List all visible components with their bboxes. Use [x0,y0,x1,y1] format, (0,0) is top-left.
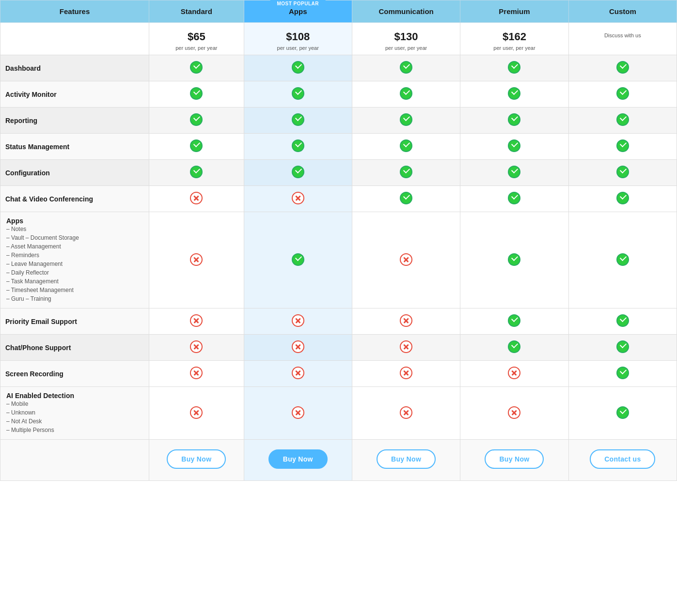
check-icon [508,139,520,152]
check-icon [616,87,629,100]
buy-cell-comm: Buy Now [352,440,460,481]
check-icon [190,61,203,74]
feature-label-screen-recording: Screen Recording [0,361,149,387]
feature-premium-chat-phone [460,335,568,361]
cross-icon [400,340,412,353]
cross-icon [190,314,203,327]
check-icon [508,253,520,266]
col-header-apps: MOST POPULAR Apps [244,0,352,23]
app-item-asset: Asset Management [6,242,144,251]
col-header-custom: Custom [568,0,677,23]
price-sub-comm: per user, per year [356,45,456,51]
buy-button-apps[interactable]: Buy Now [268,449,328,469]
buy-button-comm[interactable]: Buy Now [377,449,436,469]
feature-label-reporting: Reporting [0,108,149,134]
feature-apps-chat-phone [244,335,352,361]
check-icon [616,340,629,353]
buy-cell-standard: Buy Now [149,440,244,481]
feature-premium-status-management [460,134,568,160]
cross-icon [190,406,203,419]
cross-icon [292,340,304,353]
check-icon [508,340,520,353]
feature-custom-apps [568,212,677,308]
app-item-vault: Vault – Document Storage [6,233,144,242]
check-icon [616,367,629,379]
pricing-table: Features Standard MOST POPULAR Apps Comm… [0,0,677,481]
check-icon [616,113,629,126]
feature-premium-dashboard [460,55,568,81]
price-amount-standard: $65 [153,31,239,43]
feature-row-chat-phone: Chat/Phone Support [0,335,677,361]
feature-comm-status-management [352,134,460,160]
feature-custom-screen-recording [568,361,677,387]
feature-label-activity-monitor: Activity Monitor [0,81,149,108]
feature-premium-screen-recording [460,361,568,387]
check-icon [400,87,412,100]
app-item-task: Task Management [6,277,144,286]
feature-custom-configuration [568,160,677,186]
feature-premium-apps [460,212,568,308]
check-icon [616,166,629,178]
feature-row-ai-detection: AI Enabled Detection Mobile Unknown Not … [0,387,677,440]
feature-premium-chat-video [460,186,568,212]
cross-icon [508,406,520,419]
feature-custom-dashboard [568,55,677,81]
feature-comm-chat-phone [352,335,460,361]
feature-apps-configuration [244,160,352,186]
col-header-features: Features [0,0,149,23]
check-icon [292,113,304,126]
check-icon [508,113,520,126]
feature-row-reporting: Reporting [0,108,677,134]
feature-standard-reporting [149,108,244,134]
ai-item-unknown: Unknown [6,408,144,417]
price-sub-custom: Discuss with us [573,32,673,38]
price-amount-premium: $162 [464,31,564,43]
cross-icon [190,367,203,379]
feature-custom-chat-phone [568,335,677,361]
check-icon [292,61,304,74]
feature-standard-chat-video [149,186,244,212]
buy-button-premium[interactable]: Buy Now [485,449,544,469]
feature-standard-activity-monitor [149,81,244,108]
check-icon [616,139,629,152]
feature-comm-ai [352,387,460,440]
feature-custom-chat-video [568,186,677,212]
cross-icon [292,192,304,204]
check-icon [616,192,629,204]
check-icon [190,113,203,126]
feature-premium-ai [460,387,568,440]
contact-button-custom[interactable]: Contact us [590,449,655,469]
col-header-premium: Premium [460,0,568,23]
feature-premium-activity-monitor [460,81,568,108]
cross-icon [292,314,304,327]
check-icon [292,139,304,152]
feature-premium-reporting [460,108,568,134]
feature-row-dashboard: Dashboard [0,55,677,81]
col-header-standard: Standard [149,0,244,23]
check-icon [190,166,203,178]
feature-label-configuration: Configuration [0,160,149,186]
check-icon [400,113,412,126]
buy-button-standard[interactable]: Buy Now [167,449,226,469]
app-item-daily-reflector: Daily Reflector [6,268,144,277]
check-icon [616,253,629,266]
price-sub-standard: per user, per year [153,45,239,51]
check-icon [508,166,520,178]
cross-icon [400,253,412,266]
price-sub-apps: per user, per year [248,45,348,51]
feature-standard-configuration [149,160,244,186]
price-cell-custom: Discuss with us [568,23,677,55]
feature-standard-apps [149,212,244,308]
ai-item-multiple-persons: Multiple Persons [6,426,144,434]
feature-label-chat-phone: Chat/Phone Support [0,335,149,361]
feature-row-priority-email: Priority Email Support [0,308,677,335]
price-cell-empty [0,23,149,55]
feature-premium-configuration [460,160,568,186]
feature-apps-priority-email [244,308,352,335]
app-item-notes: Notes [6,225,144,233]
feature-apps-activity-monitor [244,81,352,108]
price-amount-comm: $130 [356,31,456,43]
feature-row-apps: Apps Notes Vault – Document Storage Asse… [0,212,677,308]
price-cell-apps: $108 per user, per year [244,23,352,55]
apps-section-header: Apps [6,217,23,225]
